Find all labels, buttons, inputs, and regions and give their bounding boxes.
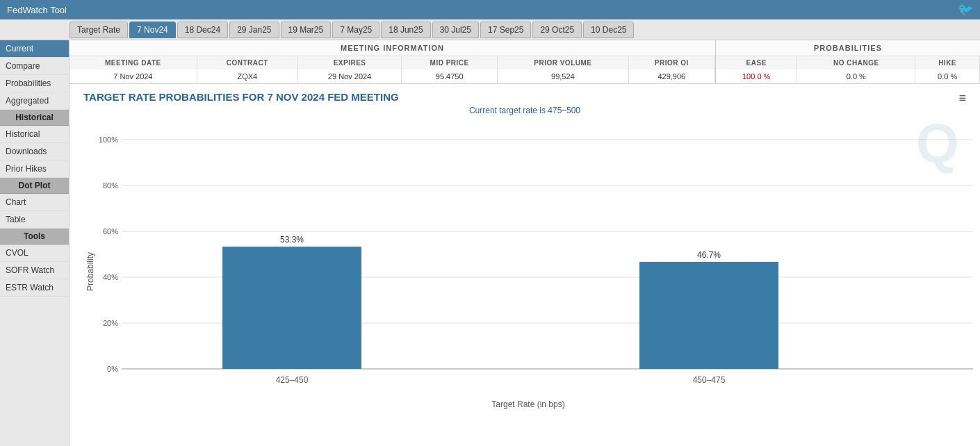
chart-menu-button[interactable]: ≡: [958, 91, 966, 106]
col-meeting-date: MEETING DATE: [70, 56, 197, 69]
sidebar-item-sofr-watch[interactable]: SOFR Watch: [0, 262, 69, 279]
tab-29oct25[interactable]: 29 Oct25: [532, 22, 582, 38]
sidebar-item-probabilities[interactable]: Probabilities: [0, 75, 69, 92]
val-no-change: 0.0 %: [797, 69, 915, 83]
bar-450-475: [639, 262, 778, 369]
val-hike: 0.0 %: [915, 69, 980, 83]
bar-425-450: [222, 247, 361, 369]
bar-chart: Probability 100% 80% 60% 40% 20% 0: [83, 119, 980, 418]
chart-title: TARGET RATE PROBABILITIES FOR 7 NOV 2024…: [83, 91, 966, 103]
layout: Current Compare Probabilities Aggregated…: [0, 40, 980, 446]
sidebar-item-estr-watch[interactable]: ESTR Watch: [0, 279, 69, 297]
sidebar-item-table[interactable]: Table: [0, 211, 69, 229]
topbar: FedWatch Tool 🐦: [0, 0, 980, 19]
meeting-info-right: PROBABILITIES EASE NO CHANGE HIKE 100.0 …: [716, 40, 980, 83]
col-prior-volume: PRIOR VOLUME: [498, 56, 629, 69]
tabs-row: Target Rate 7 Nov24 18 Dec24 29 Jan25 19…: [0, 19, 980, 40]
tab-7may25[interactable]: 7 May25: [332, 22, 379, 38]
col-expires: EXPIRES: [297, 56, 401, 69]
val-mid-price: 95.4750: [402, 69, 498, 83]
col-ease: EASE: [716, 56, 797, 69]
dotplot-section-header: Dot Plot: [0, 178, 69, 194]
bar-label-450-475: 46.7%: [697, 250, 721, 260]
app-title: FedWatch Tool: [7, 5, 67, 15]
tab-18dec24[interactable]: 18 Dec24: [177, 22, 228, 38]
bar-label-425-450: 53.3%: [280, 235, 304, 245]
tab-10dec25[interactable]: 10 Dec25: [583, 22, 634, 38]
meeting-info-panel: MEETING INFORMATION MEETING DATE CONTRAC…: [70, 40, 980, 84]
svg-text:80%: 80%: [103, 181, 118, 190]
col-prior-oi: PRIOR OI: [628, 56, 714, 69]
sidebar-item-current[interactable]: Current: [0, 40, 69, 58]
col-hike: HIKE: [915, 56, 980, 69]
sidebar-item-historical[interactable]: Historical: [0, 126, 69, 143]
historical-section-header: Historical: [0, 110, 69, 126]
tab-29jan25[interactable]: 29 Jan25: [229, 22, 279, 38]
probabilities-table: EASE NO CHANGE HIKE 100.0 % 0.0 % 0.0 %: [716, 56, 980, 83]
chart-subtitle: Current target rate is 475–500: [83, 106, 966, 115]
meeting-info-table: MEETING DATE CONTRACT EXPIRES MID PRICE …: [70, 56, 715, 83]
sidebar-item-chart[interactable]: Chart: [0, 194, 69, 211]
sidebar-item-compare[interactable]: Compare: [0, 58, 69, 75]
tab-30jul25[interactable]: 30 Jul25: [432, 22, 479, 38]
val-expires: 29 Nov 2024: [297, 69, 401, 83]
svg-text:40%: 40%: [103, 273, 118, 281]
svg-text:60%: 60%: [103, 227, 118, 236]
val-prior-oi: 429,906: [628, 69, 714, 83]
svg-text:100%: 100%: [99, 135, 118, 144]
tab-18jun25[interactable]: 18 Jun25: [381, 22, 430, 38]
sidebar: Current Compare Probabilities Aggregated…: [0, 40, 70, 446]
svg-text:0%: 0%: [107, 365, 118, 373]
val-contract: ZQX4: [197, 69, 297, 83]
bar-x-label-425-450: 425–450: [276, 375, 309, 385]
col-contract: CONTRACT: [197, 56, 297, 69]
val-meeting-date: 7 Nov 2024: [70, 69, 197, 83]
svg-text:20%: 20%: [103, 319, 118, 327]
main-content: MEETING INFORMATION MEETING DATE CONTRAC…: [70, 40, 980, 446]
y-axis-label: Probability: [85, 252, 95, 291]
sidebar-item-aggregated[interactable]: Aggregated: [0, 92, 69, 110]
chart-area: TARGET RATE PROBABILITIES FOR 7 NOV 2024…: [70, 84, 980, 418]
twitter-icon: 🐦: [958, 2, 973, 17]
meeting-info-left: MEETING INFORMATION MEETING DATE CONTRAC…: [70, 40, 716, 83]
tab-19mar25[interactable]: 19 Mar25: [281, 22, 332, 38]
col-no-change: NO CHANGE: [797, 56, 915, 69]
sidebar-item-downloads[interactable]: Downloads: [0, 143, 69, 160]
meeting-info-title: MEETING INFORMATION: [70, 40, 715, 56]
val-prior-volume: 99,524: [498, 69, 629, 83]
bar-x-label-450-475: 450–475: [693, 375, 726, 385]
col-mid-price: MID PRICE: [402, 56, 498, 69]
probabilities-title: PROBABILITIES: [716, 40, 980, 56]
tools-section-header: Tools: [0, 229, 69, 245]
sidebar-item-cvol[interactable]: CVOL: [0, 245, 69, 262]
tab-7nov24[interactable]: 7 Nov24: [129, 22, 176, 38]
tab-target-rate[interactable]: Target Rate: [70, 22, 128, 38]
sidebar-item-prior-hikes[interactable]: Prior Hikes: [0, 160, 69, 178]
tab-17sep25[interactable]: 17 Sep25: [480, 22, 531, 38]
x-axis-label: Target Rate (in bps): [491, 399, 564, 409]
val-ease: 100.0 %: [716, 69, 797, 83]
